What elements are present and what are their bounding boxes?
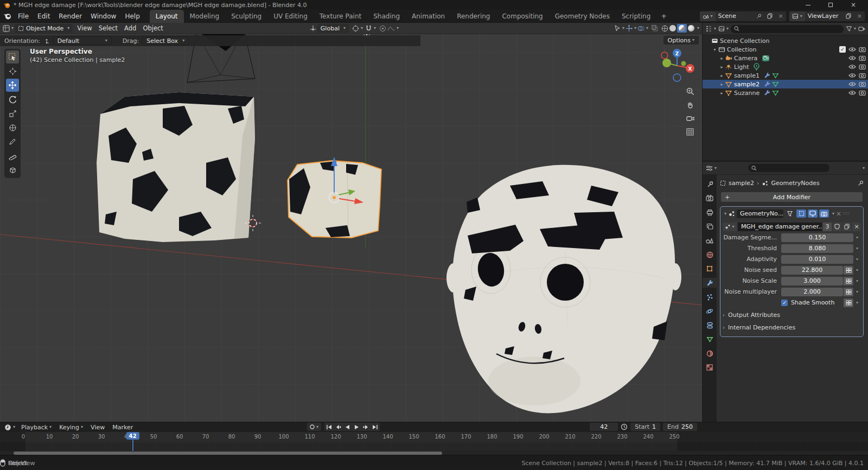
outliner-display-mode-icon[interactable]: ▾ xyxy=(718,26,729,32)
camera-view-icon[interactable] xyxy=(685,113,695,124)
breadcrumb-object[interactable]: sample2 xyxy=(729,180,754,187)
fake-user-shield-icon[interactable] xyxy=(833,223,841,231)
modifier-wrench-icon[interactable] xyxy=(764,81,770,87)
node-group-users-count[interactable]: 3 xyxy=(823,223,832,231)
ortho-grid-icon[interactable] xyxy=(685,126,695,137)
viewlayer-icon[interactable]: ▾ xyxy=(789,11,805,21)
menu-item[interactable]: Help xyxy=(120,12,144,20)
shading-dropdown-icon[interactable]: ▾ xyxy=(697,26,699,30)
mesh-data-icon[interactable] xyxy=(772,90,779,96)
remove-modifier-icon[interactable]: × xyxy=(836,210,841,218)
workspace-tab[interactable]: Texture Paint xyxy=(314,10,367,23)
viewport-menu-item[interactable]: Add xyxy=(121,24,139,32)
use-preview-range-clock-icon[interactable] xyxy=(621,423,628,430)
gizmos-toggle-icon[interactable]: ▾ xyxy=(626,25,636,32)
param-value-field[interactable]: 3.000 xyxy=(781,277,843,285)
param-value-field[interactable]: 0.150 xyxy=(781,233,853,242)
rotate-tool[interactable] xyxy=(6,93,19,106)
animate-property-dot[interactable]: • xyxy=(853,277,861,284)
snap-target-icon[interactable]: ▾ xyxy=(352,25,363,32)
viewport-menu-item[interactable]: Select xyxy=(95,24,121,32)
node-group-name-field[interactable]: MGH_edge damage gener... xyxy=(738,223,822,231)
outliner-search-input[interactable] xyxy=(731,25,844,33)
workspace-tab[interactable]: Rendering xyxy=(451,10,496,23)
hide-viewport-eye-icon[interactable] xyxy=(848,81,856,87)
editor-type-icon[interactable]: ▾ xyxy=(3,25,14,32)
workspace-tab[interactable]: Sculpting xyxy=(225,10,267,23)
workspace-tab[interactable]: Layout xyxy=(150,10,184,23)
hide-viewport-eye-icon[interactable] xyxy=(848,73,856,78)
minimize-button[interactable] xyxy=(796,0,819,10)
outliner-row[interactable]: Scene Collection ✓ xyxy=(703,36,868,45)
previous-keyframe-button[interactable] xyxy=(334,423,343,431)
tab-modifiers[interactable] xyxy=(703,278,717,288)
auto-keying-button[interactable]: ▾ xyxy=(307,423,321,431)
scene-icon[interactable]: ▾ xyxy=(700,11,716,21)
modifier-extras-icon[interactable]: ▾ xyxy=(832,212,834,216)
play-button[interactable] xyxy=(352,423,361,431)
new-viewlayer-icon[interactable] xyxy=(843,11,854,21)
filter-icon[interactable]: ▾ xyxy=(846,26,856,32)
outliner-item-label[interactable]: sample2 xyxy=(734,81,760,88)
param-value-field[interactable]: 0.010 xyxy=(781,255,853,264)
next-keyframe-button[interactable] xyxy=(361,423,371,431)
remove-viewlayer-icon[interactable]: × xyxy=(854,11,865,21)
disable-render-camera-icon[interactable] xyxy=(859,73,866,79)
new-scene-icon[interactable] xyxy=(764,11,776,21)
gizmo-neg-x-ball[interactable] xyxy=(661,52,668,59)
proportional-edit-icon[interactable] xyxy=(379,25,386,32)
properties-editor-icon[interactable]: ▾ xyxy=(706,165,717,172)
exclude-checkbox[interactable]: ✓ xyxy=(839,46,846,53)
on-cage-toggle-icon[interactable] xyxy=(796,209,806,218)
animate-property-dot[interactable]: • xyxy=(853,234,861,241)
animate-property-dot[interactable]: • xyxy=(853,299,861,306)
tab-viewlayer[interactable] xyxy=(703,221,717,231)
viewport-menu-item[interactable]: View xyxy=(74,24,95,32)
param-value-field[interactable]: 2.000 xyxy=(781,288,843,296)
input-attribute-toggle-icon[interactable] xyxy=(844,266,853,275)
expand-section-icon[interactable]: › xyxy=(723,325,725,331)
disclosure-arrow-icon[interactable]: ▸ xyxy=(719,56,725,61)
falloff-curve-icon[interactable]: ▾ xyxy=(387,25,399,31)
scene-selector[interactable]: ▾ Scene × xyxy=(700,11,786,21)
modifier-wrench-icon[interactable] xyxy=(764,90,770,96)
scene-name[interactable]: Scene xyxy=(716,11,754,21)
gizmo-neg-y-ball[interactable] xyxy=(681,61,686,66)
add-workspace-button[interactable]: + xyxy=(656,12,671,20)
param-value-field[interactable]: 22.800 xyxy=(781,266,843,275)
disclosure-arrow-icon[interactable]: ▾ xyxy=(712,47,718,52)
viewlayer-name[interactable]: ViewLayer xyxy=(805,11,843,21)
jump-to-end-button[interactable] xyxy=(371,423,380,431)
timeline-editor-icon[interactable]: ▾ xyxy=(2,424,17,431)
outliner-editor-icon[interactable]: ▾ xyxy=(705,26,716,32)
current-frame-field[interactable]: 42 xyxy=(590,423,618,431)
maximize-button[interactable] xyxy=(819,0,842,10)
mesh-data-icon[interactable] xyxy=(772,73,779,79)
render-toggle-icon[interactable] xyxy=(819,209,829,218)
add-modifier-button[interactable]: + Add Modifier xyxy=(721,192,863,202)
tab-constraints[interactable] xyxy=(703,320,717,330)
pan-hand-icon[interactable] xyxy=(685,99,695,110)
hide-viewport-eye-icon[interactable] xyxy=(848,64,856,69)
collapsed-subpanel[interactable]: › Internal Dependencies xyxy=(723,322,861,332)
navigation-gizmo[interactable]: Z X xyxy=(660,47,694,82)
transform-pivot-icon[interactable] xyxy=(310,25,316,31)
new-collection-icon[interactable] xyxy=(858,26,865,32)
pin-id-icon[interactable] xyxy=(858,180,864,186)
menu-item[interactable]: File xyxy=(14,12,33,20)
playhead[interactable]: 42 xyxy=(126,432,139,451)
outliner-item-label[interactable]: sample1 xyxy=(734,72,760,79)
mesh-sample1[interactable] xyxy=(97,92,255,242)
drag-select[interactable]: Select Box ▾ xyxy=(142,36,189,45)
expand-section-icon[interactable]: › xyxy=(723,312,725,318)
shading-wireframe-icon[interactable] xyxy=(661,25,668,32)
disable-render-camera-icon[interactable] xyxy=(859,64,866,70)
hide-viewport-eye-icon[interactable] xyxy=(848,47,856,52)
disclosure-arrow-icon[interactable]: ▸ xyxy=(719,82,725,87)
selectability-visibility-icon[interactable]: ▾ xyxy=(614,25,624,31)
transform-tool[interactable] xyxy=(6,121,19,134)
orientation-select[interactable]: Default ▾ xyxy=(53,36,112,45)
unlink-scene-icon[interactable]: × xyxy=(776,11,786,21)
outliner-row[interactable]: ▾ Collection xyxy=(703,45,868,54)
mesh-suzanne[interactable] xyxy=(446,165,681,414)
